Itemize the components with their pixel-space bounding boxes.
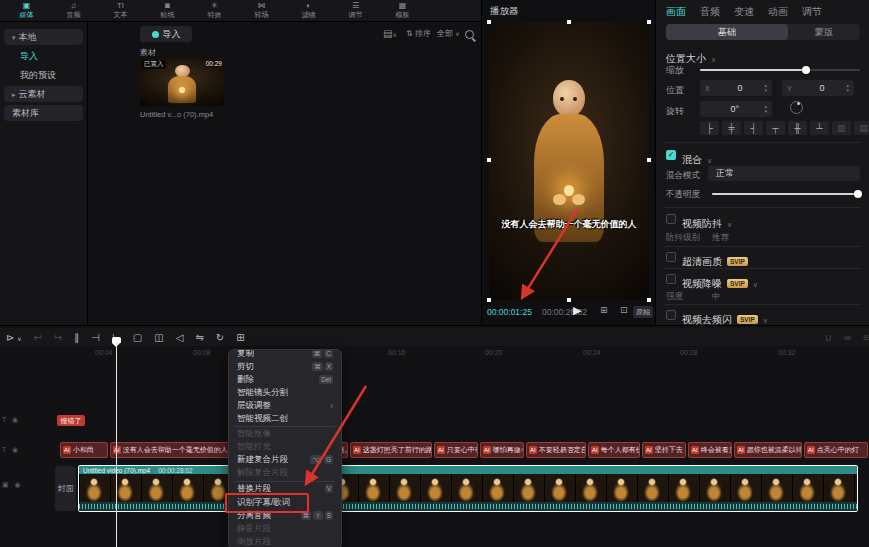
magnet-toggle-icon[interactable]: ∪: [825, 332, 832, 343]
sidebar-item-导入[interactable]: 导入: [4, 48, 83, 64]
cover-button[interactable]: 封面: [55, 466, 76, 511]
toolbar-tab-媒体[interactable]: ▣媒体: [4, 1, 49, 21]
opacity-slider[interactable]: [712, 193, 860, 195]
opacity-slider-knob[interactable]: [854, 190, 862, 198]
subtitle-clip-12[interactable]: AI点亮心中的灯: [804, 442, 868, 458]
menu-item-删除[interactable]: 删除Del: [229, 373, 341, 386]
rotate-stepper[interactable]: 0°▴▾: [700, 101, 772, 117]
stabilize-checkbox[interactable]: [666, 214, 676, 224]
toolbar-tab-转场[interactable]: ⋈转场: [239, 1, 284, 21]
video-track-controls[interactable]: ▣ ◉: [2, 481, 23, 489]
sidebar-item-本地[interactable]: ▾本地: [4, 29, 83, 45]
denoise-checkbox[interactable]: [666, 274, 676, 284]
fullscreen-icon[interactable]: ⊡: [620, 305, 628, 315]
toolbar-tab-音频[interactable]: ♫音频: [51, 1, 96, 21]
position-y-stepper[interactable]: Y0▴▾: [782, 80, 854, 96]
select-handle[interactable]: [567, 298, 571, 302]
scale-slider-knob[interactable]: [802, 66, 810, 74]
menu-item-智能镜头分割[interactable]: 智能镜头分割: [229, 386, 341, 399]
toolbar-tab-模板[interactable]: ▦模板: [380, 1, 425, 21]
select-tool-icon[interactable]: ⊳ ∨: [6, 332, 22, 343]
align-button-5[interactable]: ┴: [810, 121, 829, 135]
subtitle-clip-0[interactable]: AI小和尚: [60, 442, 108, 458]
toolbar-tab-滤镜[interactable]: ◐滤镜: [286, 1, 331, 21]
reverse-icon[interactable]: ◁: [176, 332, 184, 343]
rotate-icon[interactable]: ↻: [216, 332, 224, 343]
subtab-基础[interactable]: 基础: [666, 24, 788, 40]
sidebar-item-素材库[interactable]: 素材库: [4, 105, 83, 121]
tab-音频[interactable]: 音频: [700, 5, 720, 19]
tab-变速[interactable]: 变速: [734, 5, 754, 19]
align-button-7[interactable]: ▤: [854, 121, 869, 135]
stabilize-section[interactable]: 视频防抖∨: [682, 213, 732, 231]
select-handle[interactable]: [487, 298, 491, 302]
play-button[interactable]: ▶: [573, 304, 581, 317]
scale-slider[interactable]: [700, 69, 860, 71]
subtitle-clip-5[interactable]: AI只要心中有光: [434, 442, 478, 458]
tab-调节[interactable]: 调节: [802, 5, 822, 19]
subtitle-clip-8[interactable]: AI每个人都有价值: [588, 442, 640, 458]
delete-icon[interactable]: ▢: [133, 332, 142, 343]
blend-section[interactable]: 混合∨: [682, 149, 712, 167]
mirror-icon[interactable]: ⇋: [195, 332, 203, 343]
tab-动画[interactable]: 动画: [768, 5, 788, 19]
subtitle-track-controls[interactable]: T ◉: [2, 446, 20, 454]
select-handle[interactable]: [647, 20, 651, 24]
sidebar-item-云素材[interactable]: ▸云素材: [4, 86, 83, 102]
subtitle-clip-11[interactable]: AI愿你也被温柔以待: [734, 442, 802, 458]
preview-axis-toggle-icon[interactable]: ≡: [863, 332, 869, 343]
menu-item-智能视频二创[interactable]: 智能视频二创: [229, 412, 341, 425]
subtitle-clip-7[interactable]: AI不要轻易否定自己: [526, 442, 586, 458]
select-handle[interactable]: [487, 158, 491, 162]
freeze-frame-icon[interactable]: ◫: [154, 332, 163, 343]
subtitle-clip-10[interactable]: AI终会被看见: [688, 442, 732, 458]
subtitle-clip-4[interactable]: AI这盏灯照亮了前行的路: [350, 442, 432, 458]
subtitle-clip-9[interactable]: AI坚持下去: [642, 442, 686, 458]
select-handle[interactable]: [487, 20, 491, 24]
select-handle[interactable]: [567, 20, 571, 24]
align-button-6[interactable]: ▥: [832, 121, 851, 135]
split-icon[interactable]: ∥: [74, 332, 79, 343]
menu-item-复制[interactable]: 复制⌘C: [229, 349, 341, 360]
playhead-line[interactable]: [116, 342, 117, 547]
sidebar-item-我的预设[interactable]: 我的预设: [4, 67, 83, 83]
search-icon[interactable]: [465, 30, 474, 39]
menu-item-新建复合片段[interactable]: 新建复合片段⌥G: [229, 453, 341, 466]
tab-画面[interactable]: 画面: [666, 5, 686, 19]
layout-view-icon[interactable]: ▤∨: [383, 28, 397, 39]
blend-mode-dropdown[interactable]: 正常: [708, 166, 860, 181]
subtitle-clip-6[interactable]: AI哪怕再微小: [480, 442, 524, 458]
ratio-selector[interactable]: 原始: [633, 306, 653, 318]
import-button[interactable]: 导入: [140, 26, 192, 42]
sort-button[interactable]: ⇅ 排序: [406, 28, 431, 39]
text-track-controls[interactable]: T ◉: [2, 416, 20, 424]
toolbar-tab-调节[interactable]: ☰调节: [333, 1, 378, 21]
toolbar-tab-特效[interactable]: ✳特效: [192, 1, 237, 21]
deflicker-checkbox[interactable]: [666, 310, 676, 320]
subtitle-clip-1[interactable]: AI没有人会去帮助一个毫无价值的人: [110, 442, 236, 458]
hd-checkbox[interactable]: [666, 252, 676, 262]
align-button-3[interactable]: ┬: [766, 121, 785, 135]
redo-icon[interactable]: ↪: [54, 332, 62, 343]
delete-left-icon[interactable]: ⊣: [91, 332, 100, 343]
video-clip[interactable]: Untitled video (70).mp4 00:00:28:02: [78, 465, 858, 512]
menu-item-层级调整[interactable]: 层级调整›: [229, 399, 341, 412]
select-handle[interactable]: [647, 298, 651, 302]
select-handle[interactable]: [647, 158, 651, 162]
toolbar-tab-贴纸[interactable]: ◙贴纸: [145, 1, 190, 21]
undo-icon[interactable]: ↩: [34, 332, 42, 343]
rotate-dial[interactable]: [790, 101, 803, 114]
text-clip[interactable]: 报错了: [57, 415, 85, 426]
menu-item-剪切[interactable]: 剪切⌘X: [229, 360, 341, 373]
split-preview-icon[interactable]: ⊞: [600, 305, 608, 315]
toolbar-tab-文本[interactable]: TI文本: [98, 1, 143, 21]
link-toggle-icon[interactable]: ∞: [844, 332, 851, 343]
position-x-stepper[interactable]: X0▴▾: [700, 80, 772, 96]
preview-video[interactable]: 没有人会去帮助一个毫无价值的人: [489, 22, 649, 300]
align-button-1[interactable]: ╪: [722, 121, 741, 135]
filter-button[interactable]: 全部 ∨: [437, 28, 460, 39]
denoise-section[interactable]: 视频降噪SVIP∨: [682, 273, 758, 291]
blend-checkbox[interactable]: ✓: [666, 150, 676, 160]
align-button-2[interactable]: ┤: [744, 121, 763, 135]
align-button-0[interactable]: ├: [700, 121, 719, 135]
